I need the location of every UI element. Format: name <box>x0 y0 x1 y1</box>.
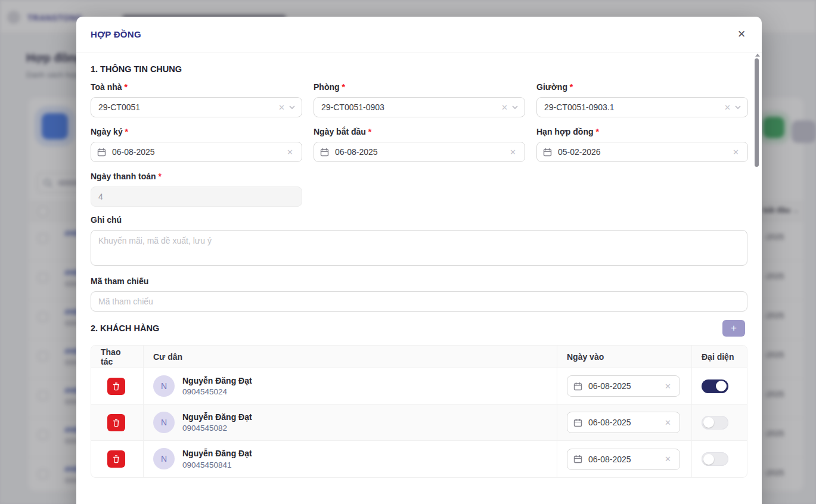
entry-date-cell: 06-08-2025 ✕ <box>557 405 692 440</box>
resident-name: Nguyễn Đăng Đạt <box>182 447 252 459</box>
modal-header: HỢP ĐỒNG ✕ <box>76 17 762 52</box>
field-note: Ghi chú <box>91 215 745 268</box>
header-resident: Cư dân <box>144 346 557 368</box>
customers-table: Thao tác Cư dân Ngày vào Đại diện N Nguy… <box>91 345 747 478</box>
entry-date-picker[interactable]: 06-08-2025 ✕ <box>567 375 680 397</box>
section-general-heading: 1. THÔNG TIN CHUNG <box>91 64 745 74</box>
delete-icon[interactable] <box>107 450 125 468</box>
modal-scrollbar[interactable] <box>753 54 761 504</box>
note-label: Ghi chú <box>91 215 745 225</box>
delete-icon[interactable] <box>107 378 125 395</box>
field-building: Toà nhà 29-CT0051 ✕ <box>91 82 302 117</box>
representative-cell <box>692 368 747 404</box>
entry-date-cell: 06-08-2025 ✕ <box>557 441 692 477</box>
room-select[interactable]: 29-CT0051-0903 ✕ <box>314 97 525 117</box>
customer-row: N Nguyễn Đăng Đạt 0904545024 06-08-2025 … <box>91 368 747 405</box>
calendar-icon <box>97 148 106 157</box>
clear-icon[interactable]: ✕ <box>499 103 510 112</box>
reference-label: Mã tham chiếu <box>91 276 745 286</box>
sign-date-label: Ngày ký <box>91 127 302 136</box>
end-date-label: Hạn hợp đồng <box>536 127 748 136</box>
calendar-icon <box>573 382 582 391</box>
resident-cell: N Nguyễn Đăng Đạt 0904545024 <box>144 368 557 404</box>
field-reference: Mã tham chiếu <box>91 276 745 312</box>
start-date-value: 06-08-2025 <box>335 147 507 157</box>
payment-day-label: Ngày thanh toán <box>91 172 302 181</box>
modal-body: 1. THÔNG TIN CHUNG Toà nhà 29-CT0051 ✕ P… <box>76 52 762 492</box>
resident-name: Nguyễn Đăng Đạt <box>182 375 252 387</box>
representative-cell <box>692 441 747 477</box>
chevron-down-icon[interactable] <box>287 104 296 111</box>
calendar-icon <box>320 148 329 157</box>
entry-date-value: 06-08-2025 <box>588 455 662 464</box>
building-select[interactable]: 29-CT0051 ✕ <box>91 97 302 117</box>
start-date-picker[interactable]: 06-08-2025 ✕ <box>314 142 525 162</box>
calendar-icon <box>573 418 582 427</box>
customer-row: N Nguyễn Đăng Đạt 0904545082 06-08-2025 … <box>91 405 747 441</box>
resident-name: Nguyễn Đăng Đạt <box>182 411 252 423</box>
header-entry-date: Ngày vào <box>557 346 692 368</box>
clear-icon[interactable]: ✕ <box>662 418 674 427</box>
clear-icon[interactable]: ✕ <box>507 148 519 157</box>
header-representative: Đại diện <box>692 346 747 368</box>
representative-toggle[interactable] <box>702 379 728 393</box>
avatar: N <box>153 375 175 397</box>
field-end-date: Hạn hợp đồng 05-02-2026 ✕ <box>536 127 748 162</box>
sign-date-picker[interactable]: 06-08-2025 ✕ <box>91 142 302 162</box>
room-label: Phòng <box>314 82 525 92</box>
field-bed: Giường 29-CT0051-0903.1 ✕ <box>536 82 748 117</box>
action-cell <box>91 368 144 404</box>
calendar-icon <box>543 148 552 157</box>
end-date-value: 05-02-2026 <box>558 147 730 157</box>
sign-date-value: 06-08-2025 <box>112 147 284 157</box>
end-date-picker[interactable]: 05-02-2026 ✕ <box>536 142 748 162</box>
resident-cell: N Nguyễn Đăng Đạt 0904545082 <box>144 405 557 440</box>
field-room: Phòng 29-CT0051-0903 ✕ <box>314 82 525 117</box>
chevron-down-icon[interactable] <box>510 104 519 111</box>
chevron-down-icon[interactable] <box>733 104 741 111</box>
clear-icon[interactable]: ✕ <box>662 455 674 463</box>
resident-phone: 0904545024 <box>182 387 252 397</box>
resident-phone: 09045450841 <box>182 460 252 471</box>
header-action: Thao tác <box>91 346 144 368</box>
field-sign-date: Ngày ký 06-08-2025 ✕ <box>91 127 302 162</box>
customer-row: N Nguyễn Đăng Đạt 09045450841 06-08-2025… <box>91 441 747 477</box>
room-value: 29-CT0051-0903 <box>320 102 499 112</box>
building-value: 29-CT0051 <box>97 102 276 112</box>
start-date-label: Ngày bắt đầu <box>314 127 525 136</box>
field-payment-day: Ngày thanh toán <box>91 172 302 207</box>
note-textarea[interactable] <box>91 230 747 266</box>
clear-icon[interactable]: ✕ <box>662 382 674 391</box>
clear-icon[interactable]: ✕ <box>276 103 287 112</box>
action-cell <box>91 441 144 477</box>
representative-cell <box>692 405 747 440</box>
clear-icon[interactable]: ✕ <box>284 148 296 157</box>
clear-icon[interactable]: ✕ <box>722 103 733 112</box>
action-cell <box>91 405 144 440</box>
reference-input[interactable] <box>91 291 747 312</box>
entry-date-value: 06-08-2025 <box>588 381 662 391</box>
section-customers-heading: 2. KHÁCH HÀNG <box>91 323 159 333</box>
clear-icon[interactable]: ✕ <box>730 148 741 157</box>
entry-date-value: 06-08-2025 <box>588 418 662 427</box>
field-start-date: Ngày bắt đầu 06-08-2025 ✕ <box>314 127 525 162</box>
avatar: N <box>153 448 175 469</box>
close-icon[interactable]: ✕ <box>734 27 749 42</box>
representative-toggle[interactable] <box>702 452 728 466</box>
avatar: N <box>153 412 175 433</box>
entry-date-picker[interactable]: 06-08-2025 ✕ <box>567 412 680 433</box>
bed-select[interactable]: 29-CT0051-0903.1 ✕ <box>536 97 748 117</box>
entry-date-picker[interactable]: 06-08-2025 ✕ <box>567 449 680 470</box>
contract-modal: HỢP ĐỒNG ✕ 1. THÔNG TIN CHUNG Toà nhà 29… <box>76 17 762 504</box>
add-customer-button[interactable]: + <box>722 320 745 337</box>
entry-date-cell: 06-08-2025 ✕ <box>557 368 692 404</box>
scroll-up-icon[interactable] <box>755 54 760 57</box>
scrollbar-thumb[interactable] <box>755 58 759 167</box>
payment-day-input <box>91 186 302 207</box>
representative-toggle[interactable] <box>702 416 728 430</box>
modal-title: HỢP ĐỒNG <box>91 29 141 39</box>
delete-icon[interactable] <box>107 414 125 431</box>
bed-value: 29-CT0051-0903.1 <box>543 102 722 112</box>
general-fields-grid: Toà nhà 29-CT0051 ✕ Phòng 29-CT0051-0903… <box>91 82 745 215</box>
calendar-icon <box>573 455 582 463</box>
